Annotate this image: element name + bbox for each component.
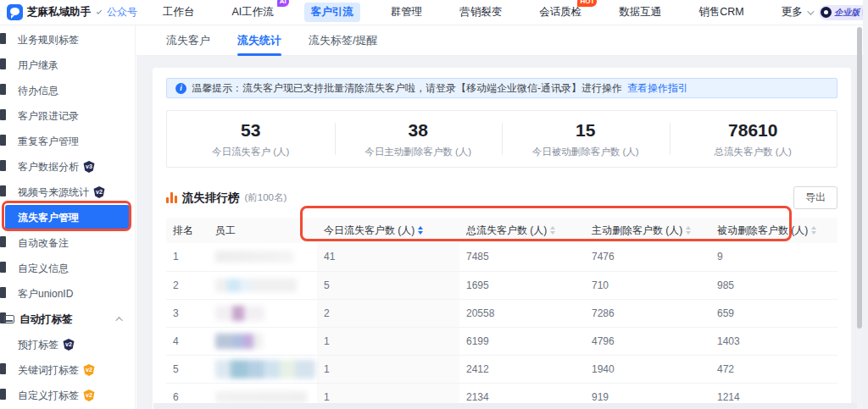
version-shield-icon: v2 bbox=[83, 390, 95, 401]
sidebar-item-video-source-stats[interactable]: 视频号来源统计v2 bbox=[0, 180, 135, 205]
sidebar-item-duplicate-customers[interactable]: 重复客户管理 bbox=[0, 129, 135, 154]
col-rank: 排名 bbox=[166, 218, 209, 243]
ranking-header: 流失排行榜 (前100名) 导出 bbox=[166, 186, 837, 209]
table-row: 4 1 6199 4796 1403 bbox=[166, 327, 837, 355]
sidebar-item-keyword-tagging[interactable]: 关键词打标签v2 bbox=[0, 357, 135, 383]
sort-icon[interactable] bbox=[811, 226, 816, 235]
col-active-deleted[interactable]: 主动删除客户数 (人) bbox=[585, 218, 710, 243]
top-navbar: 芝麻私域助手 公众号 工作台 AI工作流AI 客户引流 群管理 营销裂变 会话质… bbox=[0, 0, 868, 25]
chevron-down-icon[interactable] bbox=[97, 8, 102, 14]
stat-today-active-deleted: 38 今日主动删除客户数 (人) bbox=[335, 111, 503, 167]
redacted-employee-name bbox=[215, 306, 264, 321]
content-area: i 温馨提示：流失客户现已支持批量清除流失客户啦，请登录【移动端企业微信-通讯录… bbox=[136, 56, 863, 409]
cropped-icon-artifact bbox=[0, 135, 6, 146]
redacted-employee-name bbox=[215, 360, 315, 379]
nav-ai-workflow[interactable]: AI工作流AI bbox=[225, 3, 281, 22]
sidebar-item-auto-remark[interactable]: 自动改备注 bbox=[0, 230, 135, 256]
sidebar-section-auto-tagging[interactable]: 自动打标签 bbox=[0, 307, 135, 332]
scrollbar-gutter bbox=[863, 0, 868, 409]
sidebar: 业务规则标签 用户继承 待办信息 客户跟进记录 重复客户管理 客户数据分析v3 … bbox=[0, 25, 136, 409]
stats-summary: 53 今日流失客户 (人) 38 今日主动删除客户数 (人) 15 今日被动删除… bbox=[166, 110, 837, 168]
app-logo-icon bbox=[7, 4, 23, 20]
ranking-table: 排名 员工 今日流失客户数 (人) 总流失客户数 (人) 主动删除客户数 (人)… bbox=[166, 218, 837, 409]
tab-lost-customers[interactable]: 流失客户 bbox=[166, 25, 210, 56]
nav-marketing-fission[interactable]: 营销裂变 bbox=[453, 3, 509, 22]
version-shield-icon: v3 bbox=[83, 161, 95, 173]
nav-chat-inspection[interactable]: 会话质检HOT bbox=[532, 3, 588, 22]
sidebar-item-user-inheritance[interactable]: 用户继承 bbox=[0, 53, 135, 78]
col-passive-deleted[interactable]: 被动删除客户数 (人) bbox=[710, 218, 837, 243]
sidebar-item-custom-info[interactable]: 自定义信息 bbox=[0, 256, 135, 281]
redacted-employee-name bbox=[215, 391, 307, 403]
sidebar-item-customer-unionid[interactable]: 客户unionID bbox=[0, 281, 135, 307]
hot-badge: HOT bbox=[577, 0, 597, 7]
nav-workbench[interactable]: 工作台 bbox=[156, 3, 202, 22]
nav-more[interactable]: 更多 bbox=[775, 3, 819, 22]
plan-logo-icon bbox=[821, 7, 832, 18]
sort-icon[interactable] bbox=[686, 226, 691, 235]
chevron-down-icon bbox=[807, 8, 814, 14]
cropped-icon-artifact bbox=[0, 185, 6, 196]
cropped-icon-artifact bbox=[0, 389, 6, 400]
nav-group-management[interactable]: 群管理 bbox=[384, 3, 430, 22]
ranking-subtitle: (前100名) bbox=[245, 191, 287, 204]
cropped-icon-artifact bbox=[0, 160, 6, 171]
nav-sales-crm[interactable]: 销售CRM bbox=[692, 3, 750, 22]
sidebar-item-todo-info[interactable]: 待办信息 bbox=[0, 78, 135, 103]
topbar-right: 企业版 v3 bbox=[819, 3, 868, 22]
sidebar-item-pre-tagging[interactable]: 预打标签v2 bbox=[0, 332, 135, 357]
cropped-icon-artifact bbox=[0, 287, 6, 298]
info-icon: i bbox=[175, 83, 186, 94]
cropped-icon-artifact bbox=[0, 262, 6, 273]
statistics-card: i 温馨提示：流失客户现已支持批量清除流失客户啦，请登录【移动端企业微信-通讯录… bbox=[153, 68, 851, 409]
sidebar-item-lost-customer-management[interactable]: 流失客户管理 bbox=[5, 205, 130, 230]
redacted-employee-name bbox=[215, 279, 297, 292]
nav-customer-acquisition[interactable]: 客户引流 bbox=[304, 3, 360, 22]
table-row: 2 5 1695 710 985 bbox=[166, 271, 837, 299]
version-shield-icon: v2 bbox=[83, 364, 95, 376]
cropped-icon-artifact bbox=[0, 58, 6, 69]
alert-text: 温馨提示：流失客户现已支持批量清除流失客户啦，请登录【移动端企业微信-通讯录】进… bbox=[192, 81, 622, 96]
vertical-scrollbar[interactable] bbox=[857, 27, 862, 329]
ai-badge: AI bbox=[277, 0, 289, 7]
tab-lost-tags-reminder[interactable]: 流失标签/提醒 bbox=[309, 25, 378, 56]
version-shield-icon: v2 bbox=[93, 186, 105, 198]
info-alert: i 温馨提示：流失客户现已支持批量清除流失客户啦，请登录【移动端企业微信-通讯录… bbox=[166, 78, 837, 98]
sort-icon[interactable] bbox=[418, 226, 423, 235]
chevron-up-icon[interactable] bbox=[115, 317, 122, 323]
main-nav: 工作台 AI工作流AI 客户引流 群管理 营销裂变 会话质检HOT 数据互通 销… bbox=[137, 3, 819, 22]
nav-data-exchange[interactable]: 数据互通 bbox=[612, 3, 668, 22]
table-row: 1 41 7485 7476 9 bbox=[166, 243, 837, 271]
horizontal-scrollbar-track[interactable] bbox=[153, 403, 857, 409]
main-content: 流失客户 流失统计 流失标签/提醒 i 温馨提示：流失客户现已支持批量清除流失客… bbox=[136, 25, 863, 409]
sidebar-item-custom-tagging[interactable]: 自定义打标签v2 bbox=[0, 383, 135, 408]
col-today-lost[interactable]: 今日流失客户数 (人) bbox=[317, 218, 459, 243]
export-button[interactable]: 导出 bbox=[793, 186, 837, 209]
tab-bar: 流失客户 流失统计 流失标签/提醒 bbox=[136, 25, 863, 56]
cropped-icon-artifact bbox=[0, 109, 6, 120]
plan-badge[interactable]: 企业版 v3 bbox=[819, 5, 868, 20]
sidebar-item-customer-analytics[interactable]: 客户数据分析v3 bbox=[0, 154, 135, 180]
cropped-icon-artifact bbox=[0, 236, 6, 247]
account-type-link[interactable]: 公众号 bbox=[107, 5, 137, 19]
stat-today-passive-deleted: 15 今日被动删除客户数 (人) bbox=[502, 111, 670, 167]
sort-icon[interactable] bbox=[550, 226, 555, 235]
sidebar-item-followup-records[interactable]: 客户跟进记录 bbox=[0, 103, 135, 129]
tab-lost-statistics[interactable]: 流失统计 bbox=[237, 25, 281, 56]
app-title: 芝麻私域助手 bbox=[27, 5, 91, 19]
stat-total-lost: 78610 总流失客户数 (人) bbox=[670, 111, 837, 167]
col-employee: 员工 bbox=[209, 218, 317, 243]
redacted-employee-name bbox=[215, 334, 263, 349]
view-guide-link[interactable]: 查看操作指引 bbox=[627, 81, 688, 96]
stat-today-lost: 53 今日流失客户 (人) bbox=[167, 111, 335, 167]
version-shield-icon: v2 bbox=[63, 339, 75, 351]
folder-icon bbox=[4, 315, 14, 323]
table-row: 3 2 20558 7286 659 bbox=[166, 299, 837, 327]
app-window: 芝麻私域助手 公众号 工作台 AI工作流AI 客户引流 群管理 营销裂变 会话质… bbox=[0, 0, 868, 409]
ranking-title: 流失排行榜 bbox=[182, 191, 240, 206]
redacted-employee-name bbox=[215, 251, 293, 263]
col-total-lost[interactable]: 总流失客户数 (人) bbox=[459, 218, 585, 243]
sidebar-item-business-rule-tags[interactable]: 业务规则标签 bbox=[0, 27, 135, 53]
brand[interactable]: 芝麻私域助手 公众号 bbox=[0, 4, 137, 20]
cropped-icon-artifact bbox=[0, 33, 6, 44]
